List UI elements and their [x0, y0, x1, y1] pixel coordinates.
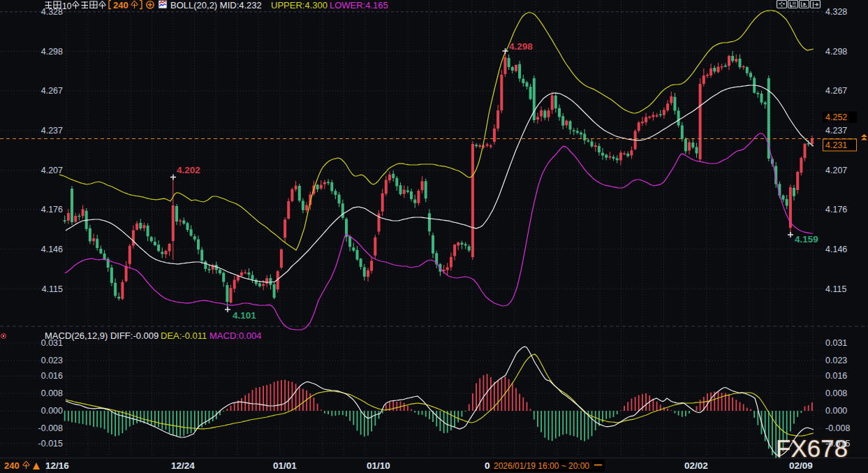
svg-text:240: 240: [113, 0, 128, 10]
svg-text:02/02: 02/02: [684, 460, 708, 471]
svg-text:0.016: 0.016: [825, 371, 847, 381]
svg-text:UPPER:4.300: UPPER:4.300: [271, 0, 328, 10]
svg-text:0.031: 0.031: [41, 338, 63, 348]
svg-text:01/10: 01/10: [367, 460, 390, 471]
svg-text:4.237: 4.237: [41, 126, 63, 136]
svg-text:DEA:-0.011: DEA:-0.011: [161, 330, 207, 341]
svg-text:0.023: 0.023: [41, 356, 63, 365]
svg-text:10: 10: [62, 1, 72, 11]
svg-text:0.031: 0.031: [825, 338, 847, 348]
svg-text:4.328: 4.328: [825, 7, 847, 17]
svg-text:4.298: 4.298: [825, 47, 847, 57]
svg-text:4.146: 4.146: [825, 245, 847, 254]
svg-text:0.000: 0.000: [41, 406, 63, 416]
svg-text:12/16: 12/16: [45, 460, 69, 471]
svg-text:-0.015: -0.015: [38, 439, 63, 449]
svg-text:4.101: 4.101: [233, 310, 256, 321]
svg-text:4.298: 4.298: [509, 41, 533, 52]
svg-text:4.159: 4.159: [795, 234, 818, 245]
svg-text:4.207: 4.207: [825, 166, 847, 175]
svg-text:4.176: 4.176: [41, 205, 63, 214]
svg-text:0.008: 0.008: [825, 388, 847, 398]
svg-text:-0.008: -0.008: [38, 423, 63, 433]
svg-text:4.146: 4.146: [41, 245, 63, 254]
svg-text:0.016: 0.016: [41, 371, 63, 381]
svg-text:01/01: 01/01: [273, 460, 297, 471]
svg-text:4.237: 4.237: [825, 126, 847, 136]
svg-text:MACD:0.004: MACD:0.004: [209, 330, 261, 341]
svg-text:0.008: 0.008: [41, 388, 63, 398]
svg-text:-0.008: -0.008: [825, 423, 850, 433]
svg-text:4.267: 4.267: [825, 86, 847, 96]
svg-text:4.298: 4.298: [41, 47, 63, 57]
svg-text:0.023: 0.023: [825, 356, 847, 365]
svg-text:4.328: 4.328: [41, 7, 63, 17]
svg-text:-0.015: -0.015: [825, 439, 850, 449]
svg-text:02/09: 02/09: [789, 460, 813, 471]
svg-text:4.231: 4.231: [825, 140, 847, 150]
svg-text:0: 0: [485, 460, 490, 471]
svg-text:4.267: 4.267: [41, 86, 63, 96]
svg-text:LOWER:4.165: LOWER:4.165: [330, 0, 388, 10]
svg-text:4.115: 4.115: [42, 284, 63, 294]
svg-text:4.252: 4.252: [825, 112, 847, 122]
svg-text:4.202: 4.202: [177, 165, 200, 175]
svg-text:0.000: 0.000: [825, 406, 847, 416]
svg-text:BOLL(20,2) MID:4.232: BOLL(20,2) MID:4.232: [170, 0, 262, 10]
svg-text:4.207: 4.207: [41, 166, 63, 175]
svg-text:4.115: 4.115: [825, 284, 846, 294]
svg-text:2026/01/19 16:00 ~ 20:00: 2026/01/19 16:00 ~ 20:00: [494, 460, 589, 471]
svg-text:4.176: 4.176: [825, 205, 847, 214]
svg-text:12/24: 12/24: [171, 460, 195, 471]
svg-text:240: 240: [4, 460, 20, 471]
